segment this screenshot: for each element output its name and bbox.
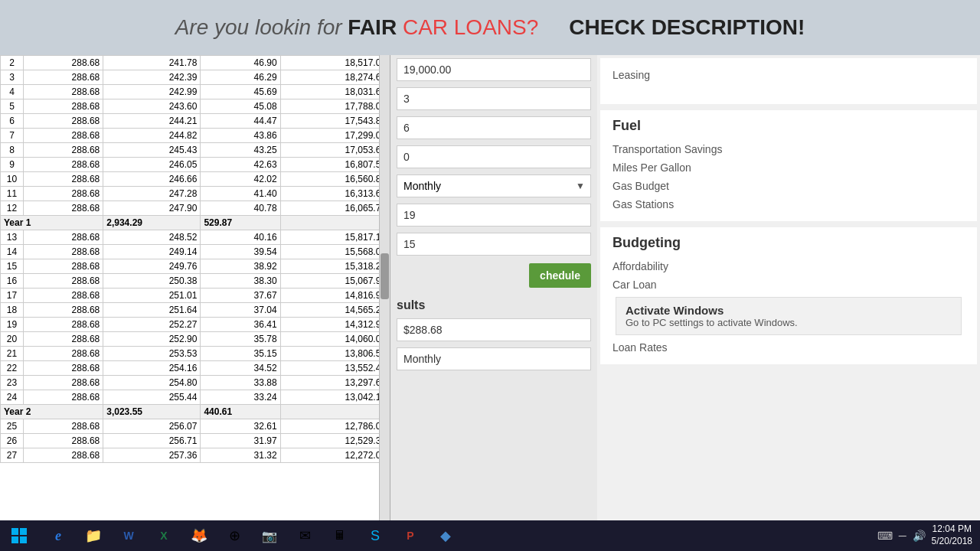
table-row: 5288.68243.6045.0817,788.06 (1, 99, 390, 114)
gas-budget-link[interactable]: Gas Budget (612, 177, 965, 195)
fuel-section: Fuel Transportation Savings Miles Per Ga… (600, 110, 977, 221)
transportation-savings-link[interactable]: Transportation Savings (612, 140, 965, 158)
start-button[interactable] (0, 520, 38, 551)
table-row: 13288.68248.5240.1615,817.19 (1, 230, 390, 245)
budgeting-section: Budgeting Affordability Car Loan Activat… (600, 227, 977, 364)
year-summary-row: Year 12,934.29529.87 (1, 216, 390, 230)
taskbar: e 📁 W X 🦊 ⊕ 📷 ✉ 🖩 S P ◆ ⌨ ─ 🔊 12:04 PM 5… (0, 520, 980, 551)
sidebar: Leasing Fuel Transportation Savings Mile… (597, 55, 980, 551)
years-input[interactable] (397, 87, 591, 110)
svg-rect-0 (11, 528, 18, 535)
table-row: 12288.68247.9040.7816,065.71 (1, 201, 390, 216)
skype-icon[interactable]: S (358, 521, 392, 550)
banner: Are you lookin for FAIR CAR LOANS? CHECK… (0, 0, 980, 55)
table-row: 23288.68254.8033.8813,297.60 (1, 376, 390, 390)
table-row: 11288.68247.2841.4016,313.61 (1, 187, 390, 201)
table-row: 17288.68251.0137.6714,816.90 (1, 289, 390, 303)
table-row: 6288.68244.2144.4717,543.85 (1, 114, 390, 129)
banner-right: CHECK DESCRIPTION! (569, 15, 805, 40)
table-row: 7288.68244.8243.8617,299.03 (1, 129, 390, 143)
svg-rect-2 (11, 536, 18, 543)
table-row: 25288.68256.0732.6112,786.09 (1, 419, 390, 434)
car-loan-link[interactable]: Car Loan (612, 276, 965, 294)
annual-rate-input[interactable] (397, 204, 591, 227)
budgeting-title: Budgeting (612, 235, 965, 251)
activate-title: Activate Windows (626, 304, 952, 317)
table-row: 15288.68249.7638.9215,318.29 (1, 259, 390, 274)
ppt-icon[interactable]: P (394, 521, 427, 550)
table-row: 14288.68249.1439.5415,568.05 (1, 245, 390, 259)
calculate-schedule-button[interactable]: chedule (529, 263, 591, 288)
amortization-table: 2288.68241.7846.9018,517.043288.68242.39… (0, 55, 390, 463)
table-row: 8288.68245.4343.2517,053.60 (1, 143, 390, 158)
leasing-section: Leasing (600, 58, 977, 104)
activate-subtitle: Go to PC settings to activate Windows. (626, 317, 952, 328)
keyboard-icon: ⌨ (877, 530, 893, 542)
start-period-input[interactable] (397, 233, 591, 256)
svg-rect-1 (20, 528, 27, 535)
banner-fair: FAIR (348, 15, 397, 39)
camera-icon[interactable]: 📷 (253, 521, 286, 550)
clock-date: 5/20/2018 (932, 536, 972, 548)
chrome-icon[interactable]: ⊕ (217, 521, 251, 550)
loan-rates-link[interactable]: Loan Rates (612, 338, 965, 357)
mail-icon[interactable]: ✉ (288, 521, 322, 550)
gas-stations-link[interactable]: Gas Stations (612, 195, 965, 214)
banner-car-loans: CAR LOANS? (397, 15, 538, 39)
word-icon[interactable]: W (112, 521, 145, 550)
activate-windows-overlay: Activate Windows Go to PC settings to ac… (616, 297, 962, 335)
excel-icon[interactable]: X (147, 521, 181, 550)
extra-payment-input[interactable] (397, 145, 591, 168)
table-scrollbar[interactable] (379, 55, 390, 551)
loan-amount-input[interactable] (397, 58, 591, 81)
minimize-icon: ─ (899, 530, 906, 542)
inputs-section: Monthly Weekly Bi-weekly Quarterly ▼ che… (390, 55, 597, 551)
banner-left: Are you lookin for FAIR CAR LOANS? (175, 15, 539, 40)
results-label: sults (397, 298, 591, 312)
taskbar-right: ⌨ ─ 🔊 12:04 PM 5/20/2018 (877, 523, 980, 547)
table-row: 2288.68241.7846.9018,517.04 (1, 56, 390, 70)
monthly-payment-result (397, 318, 591, 341)
frequency-dropdown-container[interactable]: Monthly Weekly Bi-weekly Quarterly ▼ (397, 174, 591, 197)
main-content: 2288.68241.7846.9018,517.043288.68242.39… (0, 55, 980, 551)
table-row: 16288.68250.3838.3015,067.91 (1, 274, 390, 289)
frequency-dropdown[interactable]: Monthly Weekly Bi-weekly Quarterly (397, 174, 591, 197)
table-row: 22288.68254.1634.5213,552.40 (1, 361, 390, 376)
table-row: 18288.68251.6437.0414,565.26 (1, 303, 390, 318)
amortization-table-section: 2288.68241.7846.9018,517.043288.68242.39… (0, 55, 390, 551)
scrollbar-thumb[interactable] (381, 253, 389, 299)
firefox-icon[interactable]: 🦊 (182, 521, 216, 550)
taskbar-clock: 12:04 PM 5/20/2018 (932, 523, 972, 547)
table-row: 21288.68253.5335.1513,806.56 (1, 347, 390, 361)
windows-icon (11, 527, 28, 544)
ie-icon[interactable]: e (41, 521, 75, 550)
folder-icon[interactable]: 📁 (77, 521, 110, 550)
fuel-title: Fuel (612, 118, 965, 134)
table-row: 26288.68256.7131.9712,529.38 (1, 434, 390, 448)
clock-time: 12:04 PM (932, 523, 972, 536)
payments-per-year-input[interactable] (397, 116, 591, 139)
taskbar-icons: e 📁 W X 🦊 ⊕ 📷 ✉ 🖩 S P ◆ (38, 521, 466, 550)
year-summary-row: Year 23,023.55440.61 (1, 405, 390, 419)
table-row: 3288.68242.3946.2918,274.65 (1, 70, 390, 85)
table-row: 24288.68255.4433.2413,042.16 (1, 390, 390, 405)
table-row: 19288.68252.2736.4114,312.99 (1, 318, 390, 332)
miles-per-gallon-link[interactable]: Miles Per Gallon (612, 158, 965, 177)
table-row: 27288.68257.3631.3212,272.02 (1, 448, 390, 463)
table-row: 4288.68242.9945.6918,031.66 (1, 85, 390, 99)
affordability-link[interactable]: Affordability (612, 257, 965, 276)
blue-app-icon[interactable]: ◆ (429, 521, 462, 550)
leasing-link[interactable]: Leasing (612, 66, 965, 84)
table-row: 10288.68246.6642.0216,560.89 (1, 172, 390, 187)
speaker-icon: 🔊 (913, 530, 926, 542)
table-row: 20288.68252.9035.7814,060.09 (1, 332, 390, 347)
svg-rect-3 (20, 536, 27, 543)
table-row: 9288.68246.0542.6316,807.55 (1, 158, 390, 172)
calc-icon[interactable]: 🖩 (323, 521, 357, 550)
payment-frequency-result (397, 347, 591, 370)
